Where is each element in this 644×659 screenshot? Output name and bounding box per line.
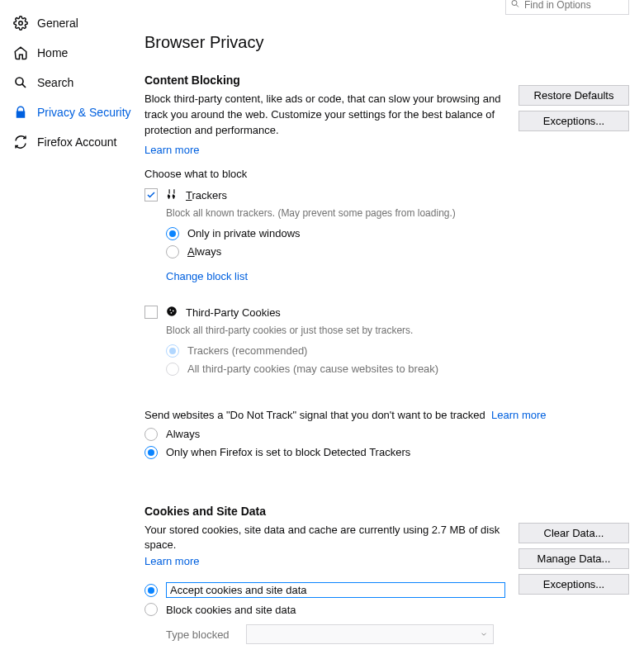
dnt-always-radio[interactable] <box>144 428 158 441</box>
choose-what-to-block-label: Choose what to block <box>144 168 629 180</box>
sidebar-item-general[interactable]: General <box>4 8 144 38</box>
trackers-checkbox[interactable] <box>144 188 158 201</box>
lock-icon <box>12 104 29 121</box>
cookies-heading: Cookies and Site Data <box>144 505 629 518</box>
type-blocked-label: Type blocked <box>166 628 230 641</box>
content-blocking-exceptions-button[interactable]: Exceptions... <box>519 111 629 131</box>
tp-cookies-all-label: All third-party cookies (may cause websi… <box>187 363 438 375</box>
sidebar-item-label: Search <box>37 76 73 89</box>
sidebar-item-label: General <box>37 17 78 30</box>
sync-icon <box>12 134 29 150</box>
third-party-cookies-label: Third-Party Cookies <box>186 306 281 319</box>
dnt-only-radio[interactable] <box>144 446 158 459</box>
search-input[interactable] <box>505 0 629 15</box>
tp-cookies-all-radio[interactable] <box>166 363 179 376</box>
dnt-only-label: Only when Firefox is set to block Detect… <box>166 446 410 458</box>
svg-point-0 <box>19 21 23 26</box>
sidebar-item-search[interactable]: Search <box>4 68 144 97</box>
main-content: Browser Privacy Content Blocking Block t… <box>144 0 644 659</box>
sidebar-item-label: Home <box>37 46 68 59</box>
home-icon <box>12 45 29 61</box>
svg-point-5 <box>167 306 177 316</box>
svg-point-7 <box>173 310 174 311</box>
tp-cookies-trackers-radio[interactable] <box>166 344 179 358</box>
change-block-list-link[interactable]: Change block list <box>166 270 248 282</box>
svg-point-8 <box>171 311 173 313</box>
cookies-desc: Your stored cookies, site data and cache… <box>144 523 505 554</box>
manage-data-button[interactable]: Manage Data... <box>519 548 629 569</box>
content-blocking-learn-more-link[interactable]: Learn more <box>144 144 199 156</box>
svg-point-6 <box>169 309 171 311</box>
page-title: Browser Privacy <box>144 33 629 52</box>
clear-data-button[interactable]: Clear Data... <box>519 523 629 543</box>
third-party-cookies-checkbox[interactable] <box>144 306 158 319</box>
tp-cookies-trackers-label: Trackers (recommended) <box>187 344 307 357</box>
content-blocking-heading: Content Blocking <box>144 73 505 87</box>
cookies-accept-label: Accept cookies and site data <box>170 584 307 596</box>
cookies-exceptions-button[interactable]: Exceptions... <box>519 574 629 595</box>
sidebar-item-privacy-security[interactable]: Privacy & Security <box>4 97 144 127</box>
svg-point-1 <box>16 78 23 85</box>
trackers-label: Trackers <box>186 189 227 201</box>
dnt-desc: Send websites a "Do Not Track" signal th… <box>144 409 485 421</box>
svg-line-2 <box>22 84 26 88</box>
cookies-learn-more-link[interactable]: Learn more <box>144 555 199 567</box>
cookies-block-radio[interactable] <box>144 603 158 616</box>
sidebar-item-firefox-account[interactable]: Firefox Account <box>4 127 144 157</box>
trackers-always-label: Always <box>187 245 221 258</box>
dnt-learn-more-link[interactable]: Learn more <box>491 409 546 421</box>
cookies-block-label: Block cookies and site data <box>166 604 296 616</box>
cookies-accept-radio[interactable] <box>144 584 158 597</box>
trackers-icon <box>166 188 178 202</box>
dnt-always-label: Always <box>166 428 200 440</box>
trackers-only-private-radio[interactable] <box>166 227 179 240</box>
search-wrap <box>505 0 629 15</box>
cookie-icon <box>166 306 178 320</box>
sidebar-item-label: Privacy & Security <box>37 106 131 119</box>
sidebar-item-home[interactable]: Home <box>4 38 144 68</box>
sidebar-item-label: Firefox Account <box>37 135 117 149</box>
type-blocked-select[interactable] <box>246 624 494 644</box>
chevron-down-icon <box>480 628 488 641</box>
gear-icon <box>12 15 29 31</box>
trackers-sublabel: Block all known trackers. (May prevent s… <box>166 207 629 219</box>
sidebar: General Home Search Privacy & Security F… <box>0 0 144 659</box>
search-icon <box>12 74 29 91</box>
trackers-only-private-label: Only in private windows <box>187 227 301 239</box>
third-party-cookies-sublabel: Block all third-party cookies or just th… <box>166 325 629 336</box>
content-blocking-desc: Block third-party content, like ads or c… <box>144 92 505 139</box>
restore-defaults-button[interactable]: Restore Defaults <box>519 85 629 106</box>
trackers-always-radio[interactable] <box>166 245 179 258</box>
